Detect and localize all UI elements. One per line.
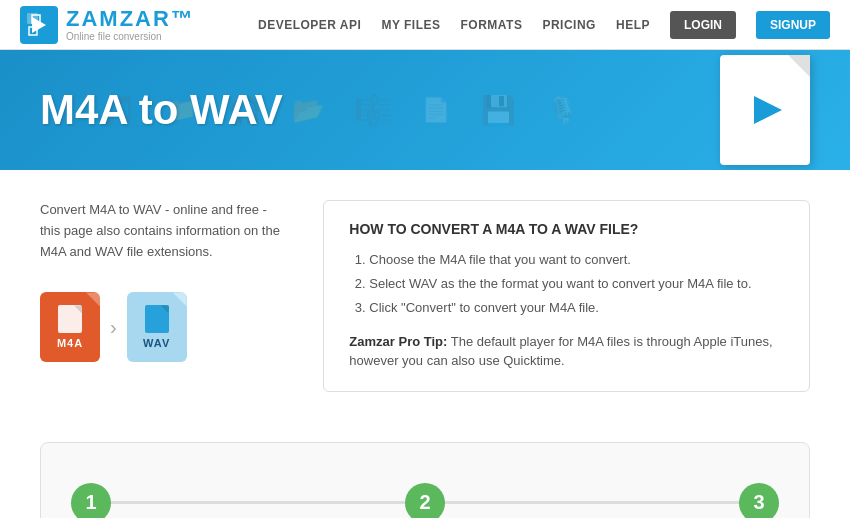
- m4a-icon: M4A: [40, 292, 100, 362]
- logo-text: ZAMZAR™ Online file conversion: [66, 7, 195, 42]
- how-to-step-1: Choose the M4A file that you want to con…: [369, 251, 784, 269]
- step-2-circle: 2: [405, 483, 445, 518]
- file-paper-icon: [720, 55, 810, 165]
- main-content: Convert M4A to WAV - online and free - t…: [0, 170, 850, 422]
- logo-title: ZAMZAR™: [66, 7, 195, 31]
- m4a-doc-icon: [58, 305, 82, 333]
- m4a-label: M4A: [57, 337, 83, 349]
- logo-subtitle: Online file conversion: [66, 31, 195, 42]
- step-1-circle: 1: [71, 483, 111, 518]
- how-to-step-3: Click "Convert" to convert your M4A file…: [369, 299, 784, 317]
- nav-pricing[interactable]: PRICING: [542, 18, 596, 32]
- hero-file-graphic: [720, 55, 810, 165]
- how-to-steps: Choose the M4A file that you want to con…: [349, 251, 784, 318]
- left-column: Convert M4A to WAV - online and free - t…: [40, 200, 283, 362]
- nav-developer-api[interactable]: DEVELOPER API: [258, 18, 361, 32]
- hero-banner: 🎵 📁 🎧 📂 🎼 📄 💾 🎙️ M4A to WAV: [0, 50, 850, 170]
- nav: DEVELOPER API MY FILES FORMATS PRICING H…: [258, 11, 830, 39]
- logo: ZAMZAR™ Online file conversion: [20, 6, 195, 44]
- header: ZAMZAR™ Online file conversion DEVELOPER…: [0, 0, 850, 50]
- nav-help[interactable]: HELP: [616, 18, 650, 32]
- wav-doc-icon: [145, 305, 169, 333]
- wav-label: WAV: [143, 337, 170, 349]
- converter-section: 1 2 3 ⬆ Add Files... Drag & drop files, …: [0, 422, 850, 518]
- format-icons-row: M4A › WAV: [40, 292, 283, 362]
- nav-my-files[interactable]: MY FILES: [381, 18, 440, 32]
- pro-tip: Zamzar Pro Tip: The default player for M…: [349, 332, 784, 371]
- wav-icon: WAV: [127, 292, 187, 362]
- how-to-title: HOW TO CONVERT A M4A TO A WAV FILE?: [349, 221, 784, 237]
- steps-row: 1 2 3: [71, 483, 779, 518]
- hero-title: M4A to WAV: [40, 86, 283, 134]
- description-text: Convert M4A to WAV - online and free - t…: [40, 200, 283, 262]
- step-connector-1: [109, 501, 407, 504]
- pro-tip-label: Zamzar Pro Tip:: [349, 334, 447, 349]
- step-3-circle: 3: [739, 483, 779, 518]
- signup-button[interactable]: SIGNUP: [756, 11, 830, 39]
- format-arrow-icon: ›: [110, 316, 117, 339]
- logo-icon: [20, 6, 58, 44]
- step-connector-2: [443, 501, 741, 504]
- how-to-step-2: Select WAV as the the format you want to…: [369, 275, 784, 293]
- login-button[interactable]: LOGIN: [670, 11, 736, 39]
- nav-formats[interactable]: FORMATS: [461, 18, 523, 32]
- right-column: HOW TO CONVERT A M4A TO A WAV FILE? Choo…: [323, 200, 810, 392]
- how-to-box: HOW TO CONVERT A M4A TO A WAV FILE? Choo…: [323, 200, 810, 392]
- file-play-icon: [754, 96, 782, 124]
- converter-box: 1 2 3 ⬆ Add Files... Drag & drop files, …: [40, 442, 810, 518]
